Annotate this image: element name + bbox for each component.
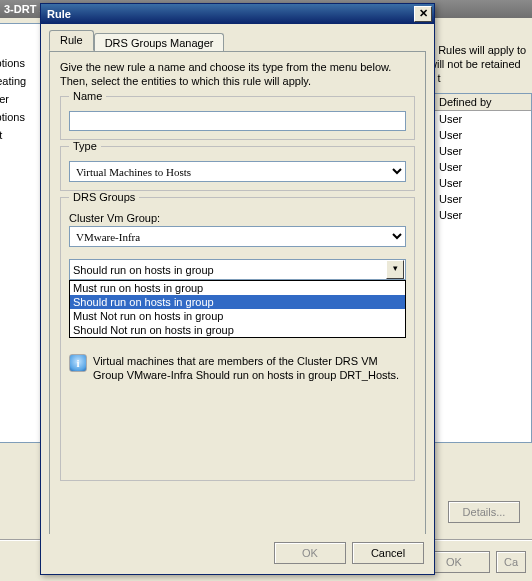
relation-option[interactable]: Should run on hosts in group [70, 295, 405, 309]
bg-defined-by-header[interactable]: Defined by [433, 94, 531, 111]
bg-defined-by-row[interactable]: User [433, 191, 531, 207]
dialog-tabs: Rule DRS Groups Manager [49, 30, 426, 51]
dialog-buttons: OK Cancel [41, 534, 434, 574]
rule-dialog: Rule ✕ Rule DRS Groups Manager Give the … [40, 3, 435, 575]
relation-select-wrap: Should run on hosts in group ▾ Must run … [69, 259, 406, 280]
type-legend: Type [69, 140, 101, 152]
bg-defined-by-row[interactable]: User [433, 143, 531, 159]
cluster-vm-group-label: Cluster Vm Group: [69, 212, 406, 224]
tab-panel-rule: Give the new rule a name and choose its … [49, 51, 426, 534]
relation-option[interactable]: Must Not run on hosts in group [70, 309, 405, 323]
intro-text: Give the new rule a name and choose its … [60, 60, 415, 88]
type-groupbox: Type Virtual Machines to Hosts [60, 146, 415, 191]
ok-button[interactable]: OK [274, 542, 346, 564]
bg-hint-text: r. Rules will apply to will not be retai… [429, 43, 529, 85]
tab-rule[interactable]: Rule [49, 30, 94, 51]
cluster-vm-group-select[interactable]: VMware-Infra [69, 226, 406, 247]
dialog-titlebar[interactable]: Rule ✕ [41, 4, 434, 24]
bg-cancel-button[interactable]: Ca [496, 551, 526, 573]
bg-defined-by-row[interactable]: User [433, 175, 531, 191]
bg-defined-by-row[interactable]: User [433, 111, 531, 127]
bg-hint-line: r. Rules will apply to [429, 43, 529, 57]
info-icon: i [69, 354, 87, 372]
dialog-client-area: Rule DRS Groups Manager Give the new rul… [41, 24, 434, 534]
info-text: Virtual machines that are members of the… [93, 354, 406, 382]
relation-select-value: Should run on hosts in group [73, 264, 214, 276]
rule-name-input[interactable] [69, 111, 406, 131]
bg-details-button[interactable]: Details... [448, 501, 520, 523]
bg-defined-by-panel: Defined by User User User User User User… [432, 93, 532, 443]
relation-option[interactable]: Must run on hosts in group [70, 281, 405, 295]
close-icon[interactable]: ✕ [414, 6, 432, 22]
drs-legend: DRS Groups [69, 191, 139, 203]
cancel-button[interactable]: Cancel [352, 542, 424, 564]
chevron-down-icon[interactable]: ▾ [386, 260, 404, 279]
bg-hint-line: will not be retained if t [429, 57, 529, 85]
info-block: i Virtual machines that are members of t… [69, 354, 406, 382]
relation-select[interactable]: Should run on hosts in group ▾ [69, 259, 406, 280]
type-select[interactable]: Virtual Machines to Hosts [69, 161, 406, 182]
name-legend: Name [69, 90, 106, 102]
bg-defined-by-row[interactable]: User [433, 159, 531, 175]
bg-defined-by-row[interactable]: User [433, 127, 531, 143]
relation-option[interactable]: Should Not run on hosts in group [70, 323, 405, 337]
dialog-title: Rule [47, 4, 71, 24]
bg-defined-by-row[interactable]: User [433, 207, 531, 223]
relation-dropdown: Must run on hosts in group Should run on… [69, 280, 406, 338]
tab-drs-groups-manager[interactable]: DRS Groups Manager [94, 33, 225, 52]
name-groupbox: Name [60, 96, 415, 140]
drs-groups-groupbox: DRS Groups Cluster Vm Group: VMware-Infr… [60, 197, 415, 481]
